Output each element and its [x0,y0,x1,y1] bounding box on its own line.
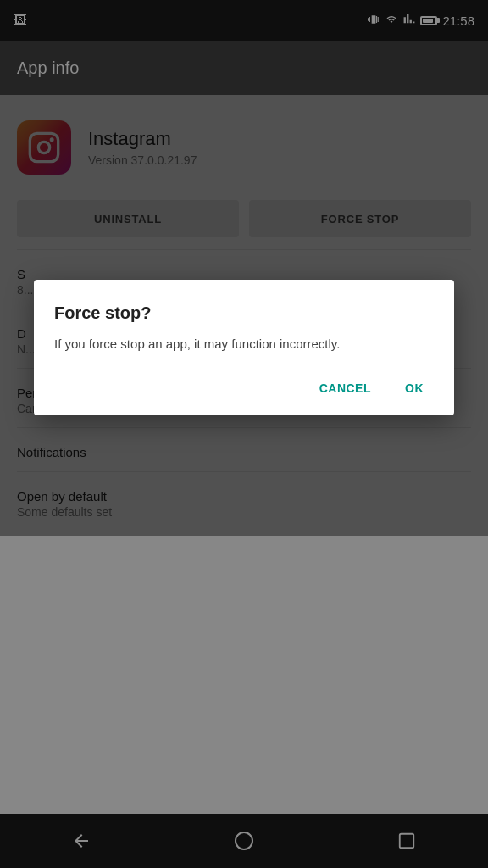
force-stop-dialog: Force stop? If you force stop an app, it… [34,280,454,415]
dialog-ok-button[interactable]: OK [395,375,434,402]
dialog-message: If you force stop an app, it may functio… [54,335,434,354]
dialog-buttons: CANCEL OK [54,375,434,402]
dialog-title: Force stop? [54,303,434,323]
dialog-cancel-button[interactable]: CANCEL [309,375,381,402]
dialog-overlay [0,0,488,868]
